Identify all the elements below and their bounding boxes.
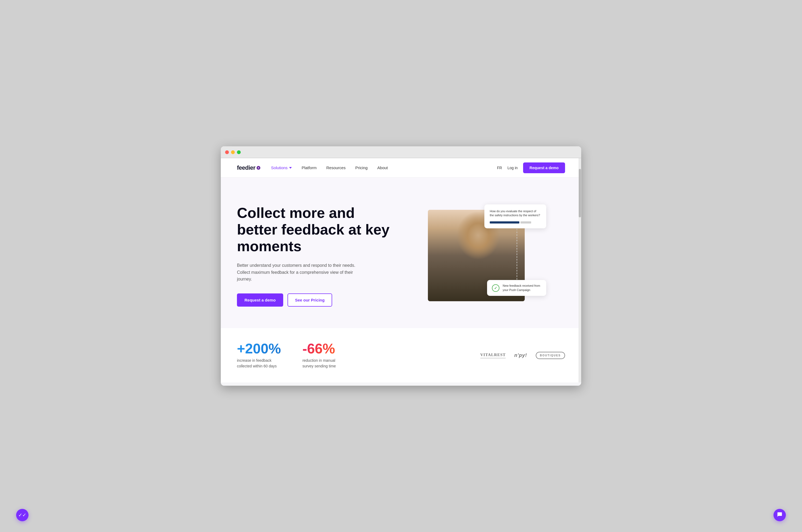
svg-rect-10 (468, 247, 477, 266)
svg-marker-8 (451, 264, 474, 285)
nav-link-about[interactable]: About (377, 166, 388, 170)
notification-text: New feedback received from your Push Cam… (503, 284, 541, 292)
navbar-demo-button[interactable]: Request a demo (523, 163, 565, 173)
chevron-down-icon (289, 167, 292, 169)
stat-2-label: reduction in manual survey sending time (302, 358, 336, 369)
svg-rect-27 (442, 263, 471, 278)
nav-link-pricing[interactable]: Pricing (355, 166, 368, 170)
nav-item-platform[interactable]: Platform (302, 166, 317, 170)
survey-bar-empty (520, 221, 531, 224)
nav-left: feedier Solutions Platform (237, 164, 388, 171)
notification-card: ✓ New feedback received from your Push C… (487, 280, 546, 296)
survey-question: How do you evaluate the respect of the s… (490, 209, 541, 217)
hero-right: How do you evaluate the respect of the s… (409, 199, 565, 312)
boutiques-text: BOUTIQUES (536, 352, 565, 359)
hero-image-container: How do you evaluate the respect of the s… (428, 204, 546, 307)
browser-chrome (221, 146, 581, 158)
brand-logo-vitalrest: VITALREST (480, 353, 506, 358)
traffic-lights (225, 150, 241, 154)
logo-text: feedier (237, 164, 255, 171)
nav-link-solutions-label: Solutions (271, 166, 288, 170)
survey-bar-filled (490, 221, 519, 224)
traffic-light-yellow[interactable] (231, 150, 235, 154)
svg-rect-18 (473, 242, 480, 246)
hero-section: Collect more and better feedback at key … (221, 177, 581, 328)
stat-1-number: +200% (237, 342, 281, 356)
brand-logo-npy: n'py! (514, 353, 527, 358)
svg-rect-13 (459, 233, 486, 242)
svg-marker-6 (468, 264, 476, 272)
brand-logos: VITALREST n'py! BOUTIQUES (358, 352, 565, 359)
svg-line-21 (480, 243, 486, 243)
svg-point-15 (483, 241, 489, 248)
scrollbar-thumb[interactable] (579, 169, 581, 217)
svg-point-14 (456, 241, 461, 248)
notification-check-icon: ✓ (492, 284, 499, 292)
nav-item-resources[interactable]: Resources (326, 166, 346, 170)
hero-left: Collect more and better feedback at key … (237, 204, 393, 307)
svg-marker-9 (472, 268, 476, 285)
hero-buttons: Request a demo See our Pricing (237, 293, 393, 307)
hero-demo-button[interactable]: Request a demo (237, 293, 283, 307)
svg-point-11 (458, 229, 486, 260)
float-button-left[interactable]: ✓✓ (16, 509, 28, 521)
language-selector[interactable]: FR (497, 166, 502, 170)
login-link[interactable]: Log in (508, 166, 518, 170)
stat-item-2: -66% reduction in manual survey sending … (302, 342, 336, 369)
stat-1-label: increase in feedback collected within 60… (237, 358, 281, 369)
nav-link-platform[interactable]: Platform (302, 166, 317, 170)
nav-item-about[interactable]: About (377, 166, 388, 170)
checkmark-double-icon: ✓✓ (18, 512, 26, 518)
hero-pricing-button[interactable]: See our Pricing (287, 293, 332, 307)
survey-bar (490, 221, 541, 224)
dashed-line-decoration (517, 221, 517, 280)
svg-line-20 (457, 243, 463, 243)
navbar: feedier Solutions Platform (221, 158, 581, 177)
nav-right: FR Log in Request a demo (497, 163, 565, 173)
npy-text: n'py! (514, 353, 527, 358)
float-button-chat[interactable] (774, 509, 786, 521)
svg-rect-24 (480, 260, 511, 282)
stats-section: +200% increase in feedback collected wit… (221, 328, 581, 382)
nav-item-solutions[interactable]: Solutions (271, 166, 292, 170)
vitalrest-text: VITALREST (480, 353, 506, 358)
svg-point-16 (462, 249, 482, 261)
stat-item-1: +200% increase in feedback collected wit… (237, 342, 281, 369)
svg-rect-5 (465, 264, 479, 301)
svg-marker-7 (450, 264, 470, 285)
chat-icon (777, 512, 782, 518)
hero-subtitle: Better understand your customers and res… (237, 262, 366, 283)
stat-2-number: -66% (302, 342, 336, 356)
svg-rect-17 (463, 242, 471, 246)
survey-card: How do you evaluate the respect of the s… (484, 204, 546, 228)
logo[interactable]: feedier (237, 164, 260, 171)
hero-title: Collect more and better feedback at key … (237, 204, 393, 254)
nav-links: Solutions Platform Resources Pricing (271, 166, 388, 170)
svg-point-12 (459, 225, 486, 242)
brand-logo-boutiques: BOUTIQUES (536, 352, 565, 359)
nav-item-pricing[interactable]: Pricing (355, 166, 368, 170)
nav-link-resources[interactable]: Resources (326, 166, 346, 170)
traffic-light-red[interactable] (225, 150, 229, 154)
svg-point-23 (474, 242, 479, 246)
traffic-light-green[interactable] (237, 150, 241, 154)
logo-dot-icon (256, 166, 260, 170)
scrollbar[interactable] (578, 158, 581, 382)
svg-point-22 (464, 242, 469, 246)
